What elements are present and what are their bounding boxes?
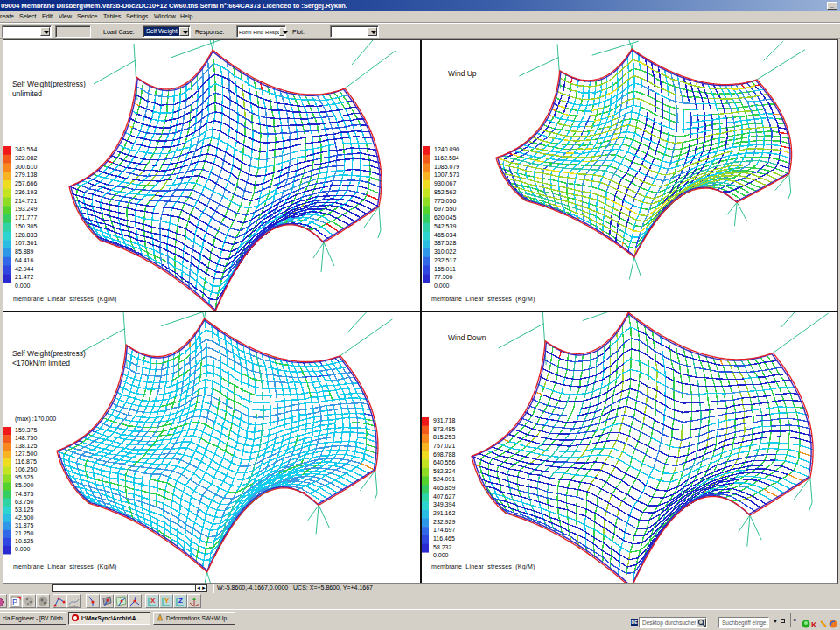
svg-text:193.249: 193.249 xyxy=(15,206,37,212)
svg-text:0.000: 0.000 xyxy=(15,546,31,552)
svg-text:852.562: 852.562 xyxy=(434,189,456,195)
svg-text:Z: Z xyxy=(178,597,183,605)
svg-text:155.011: 155.011 xyxy=(434,266,456,272)
svg-text:775.056: 775.056 xyxy=(434,198,456,204)
svg-text:0.000: 0.000 xyxy=(434,283,450,289)
svg-text:310.022: 310.022 xyxy=(434,248,456,255)
svg-text:232.517: 232.517 xyxy=(434,257,456,263)
svg-text:nurbs: nurbs xyxy=(69,604,78,608)
svg-text:322.082: 322.082 xyxy=(15,155,37,161)
svg-text:21.472: 21.472 xyxy=(15,274,34,280)
svg-text:0.000: 0.000 xyxy=(433,552,449,558)
svg-text:279.138: 279.138 xyxy=(15,172,37,178)
svg-text:582.324: 582.324 xyxy=(433,468,455,474)
svg-text:128.833: 128.833 xyxy=(15,232,37,238)
svg-text:unlimited: unlimited xyxy=(12,89,42,98)
svg-text:107.361: 107.361 xyxy=(15,240,37,246)
svg-text:387.528: 387.528 xyxy=(434,240,456,246)
svg-text:116.875: 116.875 xyxy=(15,458,37,465)
svg-text:343.554: 343.554 xyxy=(15,146,37,152)
svg-text:931.718: 931.718 xyxy=(433,417,455,424)
svg-text:53.125: 53.125 xyxy=(15,507,34,513)
svg-text:214.721: 214.721 xyxy=(15,198,37,204)
svg-text:(max) :170.000: (max) :170.000 xyxy=(15,416,56,423)
svg-text:542.539: 542.539 xyxy=(434,223,456,229)
svg-text:membrane Linear stresses (K: membrane Linear stresses (Kg/M) xyxy=(431,564,535,570)
svg-text:873.485: 873.485 xyxy=(433,426,455,432)
svg-text:64.416: 64.416 xyxy=(15,257,34,263)
svg-text:21.250: 21.250 xyxy=(15,530,34,536)
svg-text:1085.079: 1085.079 xyxy=(434,164,459,170)
svg-text:116.465: 116.465 xyxy=(433,536,455,542)
svg-text:42.500: 42.500 xyxy=(15,514,34,521)
svg-text:620.045: 620.045 xyxy=(434,214,456,220)
svg-text:815.253: 815.253 xyxy=(433,434,455,440)
svg-text:Wind Up: Wind Up xyxy=(448,69,477,78)
svg-text:1007.573: 1007.573 xyxy=(434,172,459,178)
svg-text:407.627: 407.627 xyxy=(433,494,455,500)
svg-text:K: K xyxy=(811,620,817,628)
svg-text:membrane Linear stresses (K: membrane Linear stresses (Kg/M) xyxy=(13,296,116,303)
svg-text:232.929: 232.929 xyxy=(433,519,455,525)
svg-text:0.000: 0.000 xyxy=(15,283,31,289)
svg-text:Y: Y xyxy=(164,597,170,605)
svg-text:X: X xyxy=(150,597,156,605)
svg-text:85.889: 85.889 xyxy=(15,248,34,255)
svg-text:697.550: 697.550 xyxy=(434,206,456,212)
svg-text:Self Weight(prestress): Self Weight(prestress) xyxy=(12,349,86,358)
svg-text:1240.090: 1240.090 xyxy=(434,146,459,152)
svg-text:Self Weight(prestress): Self Weight(prestress) xyxy=(12,80,86,88)
svg-text:1162.584: 1162.584 xyxy=(434,155,459,161)
svg-text:106.250: 106.250 xyxy=(15,466,37,472)
svg-text:640.556: 640.556 xyxy=(433,459,455,466)
svg-text:171.777: 171.777 xyxy=(15,214,37,220)
svg-text:membrane Linear stresses (K: membrane Linear stresses (Kg/M) xyxy=(13,564,116,570)
svg-text:85.000: 85.000 xyxy=(15,482,34,488)
svg-text:Wind Down: Wind Down xyxy=(448,333,486,342)
svg-text:10.625: 10.625 xyxy=(15,538,34,544)
svg-text:524.091: 524.091 xyxy=(433,476,455,482)
svg-text:930.067: 930.067 xyxy=(434,180,456,186)
svg-text:159.375: 159.375 xyxy=(15,427,37,433)
svg-text:138.125: 138.125 xyxy=(15,443,37,449)
svg-text:63.750: 63.750 xyxy=(15,499,34,505)
svg-text:77.506: 77.506 xyxy=(434,274,453,280)
svg-text:58.232: 58.232 xyxy=(433,544,452,550)
svg-text:465.859: 465.859 xyxy=(433,485,455,491)
svg-text:148.750: 148.750 xyxy=(15,435,37,441)
svg-text:257.666: 257.666 xyxy=(15,180,37,186)
svg-text:150.305: 150.305 xyxy=(15,223,37,229)
svg-text:42.944: 42.944 xyxy=(15,266,34,272)
svg-text:<170kN/m limited: <170kN/m limited xyxy=(12,359,70,368)
svg-text:P: P xyxy=(12,598,18,606)
svg-text:698.788: 698.788 xyxy=(433,452,455,458)
svg-text:174.697: 174.697 xyxy=(433,527,455,533)
svg-text:300.610: 300.610 xyxy=(15,164,37,170)
svg-text:95.625: 95.625 xyxy=(15,474,34,480)
svg-text:757.021: 757.021 xyxy=(433,443,455,449)
svg-text:127.500: 127.500 xyxy=(15,451,37,457)
svg-text:74.375: 74.375 xyxy=(15,491,34,497)
svg-text:291.162: 291.162 xyxy=(433,510,455,516)
svg-text:31.875: 31.875 xyxy=(15,522,34,528)
svg-text:465.034: 465.034 xyxy=(434,232,456,238)
svg-text:236.193: 236.193 xyxy=(15,189,37,195)
svg-text:349.394: 349.394 xyxy=(433,501,455,508)
svg-text:membrane Linear stresses (K: membrane Linear stresses (Kg/M) xyxy=(431,296,535,303)
